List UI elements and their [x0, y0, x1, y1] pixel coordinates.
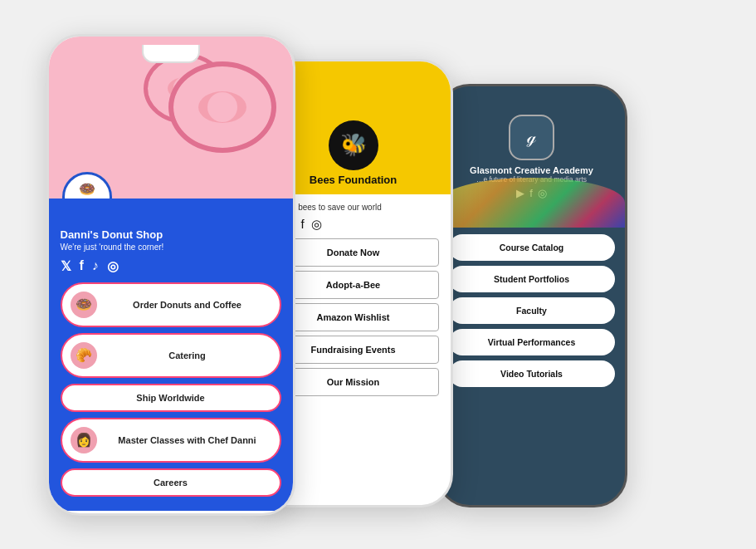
glasmont-logo-char: ℊ [527, 126, 536, 148]
ship-worldwide-label: Ship Worldwide [71, 393, 271, 403]
dannis-btn-order-donuts[interactable]: 🍩 Order Donuts and Coffee [61, 282, 281, 327]
dannis-btn-master-classes[interactable]: 👩 Master Classes with Chef Danni [61, 418, 281, 463]
glasmont-menu: Course Catalog Student Portfolios Facult… [439, 228, 625, 399]
phone-dannis: 🍩 DANNI'S DONUT SHOP Danni's Donut Shop … [46, 34, 295, 516]
glasmont-logo: ℊ [509, 115, 554, 160]
instagram-icon: ◎ [107, 258, 119, 274]
glasmont-btn-video-tutorials[interactable]: Video Tutorials [449, 360, 615, 387]
decorative-blobs [439, 178, 625, 228]
dannis-tagline: We're just 'round the corner! [61, 243, 281, 252]
order-donuts-label: Order Donuts and Coffee [104, 300, 271, 310]
donut-icon: 🍩 [79, 181, 95, 197]
bee-icon: 🐝 [340, 132, 367, 158]
dannis-btn-careers[interactable]: Careers [61, 468, 281, 497]
master-classes-label: Master Classes with Chef Danni [104, 435, 271, 445]
bees-org-name: Bees Foundation [310, 174, 397, 186]
facebook-icon: f [80, 258, 84, 274]
twitter-icon: 𝕏 [61, 258, 71, 274]
facebook-icon: f [301, 217, 305, 232]
dannis-logo: 🍩 DANNI'S DONUT SHOP [62, 172, 112, 199]
catering-icon: 🥐 [71, 342, 97, 369]
phone-notch [142, 45, 200, 63]
dannis-btn-catering[interactable]: 🥐 Catering [61, 333, 281, 378]
phones-container: ℊ Glasmont Creative Academy …e future of… [22, 17, 735, 532]
glasmont-btn-virtual-performances[interactable]: Virtual Performances [449, 329, 615, 355]
bee-logo: 🐝 [329, 120, 378, 170]
catering-label: Catering [104, 350, 271, 360]
tiktok-icon: ♪ [92, 258, 99, 274]
glasmont-hero: ℊ Glasmont Creative Academy …e future of… [439, 86, 625, 228]
dannis-btn-ship-worldwide[interactable]: Ship Worldwide [61, 384, 281, 412]
dannis-social-icons: 𝕏 f ♪ ◎ [61, 258, 281, 274]
glasmont-btn-faculty[interactable]: Faculty [449, 297, 615, 324]
dannis-shop-name: Danni's Donut Shop [61, 228, 281, 241]
phone-glasmont: ℊ Glasmont Creative Academy …e future of… [437, 84, 627, 507]
glasmont-org-name: Glasmont Creative Academy [470, 165, 593, 175]
glasmont-btn-course-catalog[interactable]: Course Catalog [449, 234, 615, 261]
chef-danni-icon: 👩 [71, 427, 97, 453]
donut-big [168, 61, 276, 153]
order-donuts-icon: 🍩 [71, 292, 97, 318]
instagram-icon: ◎ [311, 217, 322, 232]
dannis-content: Danni's Donut Shop We're just 'round the… [49, 199, 293, 511]
glasmont-btn-student-portfolios[interactable]: Student Portfolios [449, 266, 615, 292]
careers-label: Careers [71, 478, 271, 488]
donut-visual [144, 53, 276, 169]
